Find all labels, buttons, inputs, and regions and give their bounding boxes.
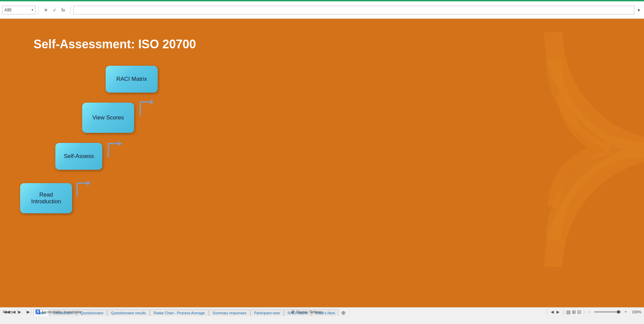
display-settings-area[interactable]: 🖥 Display Settings: [291, 310, 323, 314]
view-icons-group: ▤ ⊞ ⊟: [566, 309, 581, 315]
display-settings-text: Display Settings: [296, 310, 323, 314]
step-self-assess: Self-Assess: [55, 143, 102, 170]
formula-expand-icon[interactable]: ▾: [636, 7, 642, 13]
scroll-right-arrow[interactable]: ▶: [555, 310, 560, 314]
status-bar: ◀◀ ◀ ▶ ▶▶ Start Introduction Questionnai…: [0, 307, 644, 316]
name-box-value: A95: [4, 8, 11, 12]
page-break-icon[interactable]: ⊟: [577, 309, 581, 315]
status-left-items: Ready 📄 ♿ Accessibility: Investigate 🖥 D…: [3, 309, 323, 315]
scroll-left-arrow[interactable]: ◀: [550, 310, 555, 314]
insert-function-icon[interactable]: fx: [60, 7, 66, 13]
zoom-in-button[interactable]: +: [624, 310, 628, 314]
page-title: Self-Assessment: ISO 20700: [34, 37, 196, 51]
page-icon: 📄: [22, 310, 27, 314]
accessibility-text: Accessibility: Investigate: [42, 310, 82, 314]
svg-marker-2: [150, 99, 154, 105]
main-canvas: Self-Assessment: ISO 20700 ReadIntroduct…: [0, 19, 644, 307]
step-read-intro: ReadIntroduction: [20, 183, 72, 213]
self-assess-button[interactable]: Self-Assess: [55, 143, 102, 170]
status-right-area: ◀ ▶ ▤ ⊞ ⊟ − + 100%: [547, 309, 641, 315]
background-decoration: [436, 32, 644, 267]
svg-marker-0: [87, 180, 91, 186]
view-scores-button[interactable]: View Scores: [82, 103, 134, 133]
arrow-3-4: [135, 92, 159, 120]
status-sep1: [547, 309, 547, 315]
arrow-1-2: [72, 173, 96, 201]
zoom-slider-thumb: [617, 310, 620, 314]
step-raci-matrix: RACI Matrix: [106, 66, 158, 93]
zoom-slider[interactable]: [594, 311, 621, 313]
confirm-formula-icon[interactable]: ✓: [51, 7, 58, 13]
accessibility-icon: ♿: [35, 310, 40, 314]
zoom-level: 100%: [632, 310, 641, 314]
zoom-out-button[interactable]: −: [587, 310, 591, 314]
excel-formula-bar: A95 ▾ ✕ ✓ fx ▾: [0, 1, 644, 19]
status-sep5: [31, 309, 31, 315]
read-introduction-button[interactable]: ReadIntroduction: [20, 183, 72, 213]
status-sep4: [17, 309, 18, 315]
status-sep2: [563, 309, 564, 315]
ready-status: Ready: [3, 310, 13, 314]
raci-matrix-button[interactable]: RACI Matrix: [106, 66, 158, 93]
add-sheet-button[interactable]: ⊕: [339, 310, 347, 316]
cancel-formula-icon[interactable]: ✕: [43, 7, 49, 13]
svg-marker-1: [118, 141, 122, 146]
name-box-dropdown-icon: ▾: [32, 8, 33, 12]
scroll-arrows: ◀ ▶: [550, 310, 560, 314]
display-settings-icon: 🖥: [291, 310, 295, 314]
normal-view-icon[interactable]: ▤: [566, 309, 571, 315]
arrow-2-3: [103, 133, 127, 162]
formula-input[interactable]: [73, 6, 634, 14]
accessibility-area[interactable]: ♿ Accessibility: Investigate: [35, 310, 82, 314]
status-sep3: [584, 309, 584, 315]
step-view-scores: View Scores: [82, 103, 134, 133]
page-layout-icon[interactable]: ⊞: [572, 309, 576, 315]
formula-icons: ✕ ✓ fx: [41, 7, 68, 13]
name-box[interactable]: A95 ▾: [2, 6, 36, 14]
formula-bar-divider2: [70, 5, 71, 15]
formula-bar-divider: [38, 5, 39, 15]
